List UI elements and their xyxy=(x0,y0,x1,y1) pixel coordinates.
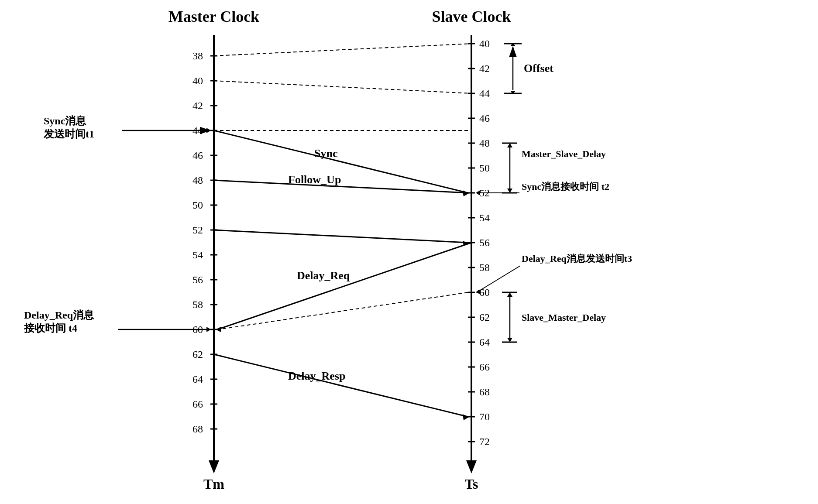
svg-text:66: 66 xyxy=(192,398,203,410)
svg-text:40: 40 xyxy=(192,75,203,86)
slave-axis-arrow xyxy=(466,460,477,473)
diagram-container: Master Clock Slave Clock Tm Ts 38 40 42 … xyxy=(0,0,818,504)
svg-text:48: 48 xyxy=(192,175,203,186)
svg-text:54: 54 xyxy=(192,249,203,261)
svg-text:50: 50 xyxy=(192,199,203,211)
delay-req-t4-dotted xyxy=(218,292,468,329)
svg-text:60: 60 xyxy=(479,287,490,298)
svg-text:72: 72 xyxy=(479,436,490,447)
svg-text:62: 62 xyxy=(192,349,203,360)
offset-dotted-line-1 xyxy=(214,44,471,56)
svg-text:44: 44 xyxy=(479,88,490,99)
master-clock-title: Master Clock xyxy=(168,8,259,25)
master-label-38: 38 xyxy=(192,50,203,62)
master-axis-label: Tm xyxy=(203,476,224,492)
svg-text:56: 56 xyxy=(479,237,490,248)
svg-text:42: 42 xyxy=(192,100,203,111)
extra-line xyxy=(214,230,468,243)
delay-req-recv-label-1: Delay_Req消息 xyxy=(24,309,94,321)
delay-resp-arrow xyxy=(463,414,469,420)
svg-marker-74 xyxy=(206,128,211,133)
sync-recv-label: Sync消息接收时间 t2 xyxy=(522,181,609,192)
delay-req-recv-label-2: 接收时间 t4 xyxy=(24,322,77,334)
svg-text:66: 66 xyxy=(479,361,490,373)
svg-marker-83 xyxy=(206,327,211,332)
delay-req-send-label: Delay_Req消息发送时间t3 xyxy=(522,253,632,264)
svg-text:46: 46 xyxy=(192,150,203,161)
svg-text:52: 52 xyxy=(192,224,203,236)
svg-text:68: 68 xyxy=(192,423,203,435)
svg-text:70: 70 xyxy=(479,411,490,422)
svg-text:42: 42 xyxy=(479,63,490,74)
slave-axis-label: Ts xyxy=(465,476,478,492)
sync-send-label-2: 发送时间t1 xyxy=(43,128,94,140)
offset-label: Offset xyxy=(524,62,553,75)
svg-text:58: 58 xyxy=(479,262,490,273)
svg-text:46: 46 xyxy=(479,113,490,124)
delay-req-line xyxy=(217,243,471,329)
svg-text:68: 68 xyxy=(479,386,490,398)
svg-text:40: 40 xyxy=(479,38,490,49)
svg-text:56: 56 xyxy=(192,274,203,285)
slave-master-delay-label: Slave_Master_Delay xyxy=(522,312,606,323)
slave-clock-title: Slave Clock xyxy=(432,8,511,25)
svg-text:54: 54 xyxy=(479,212,490,223)
svg-text:64: 64 xyxy=(192,374,203,385)
offset-dotted-line-2 xyxy=(214,81,471,93)
delay-resp-line xyxy=(214,354,468,417)
master-axis-arrow xyxy=(209,460,219,473)
svg-text:58: 58 xyxy=(192,299,203,310)
sync-send-label-1: Sync消息 xyxy=(44,115,86,127)
svg-text:64: 64 xyxy=(479,336,490,348)
svg-text:62: 62 xyxy=(479,312,490,323)
master-slave-delay-label: Master_Slave_Delay xyxy=(522,148,606,159)
svg-marker-81 xyxy=(476,190,480,195)
sync-message-label: Sync xyxy=(314,147,337,160)
svg-text:50: 50 xyxy=(479,162,490,174)
delay-resp-label: Delay_Resp xyxy=(288,370,345,382)
delay-req-label: Delay_Req xyxy=(297,269,350,282)
followup-message-label: Follow_Up xyxy=(288,173,341,186)
svg-text:48: 48 xyxy=(479,137,490,149)
